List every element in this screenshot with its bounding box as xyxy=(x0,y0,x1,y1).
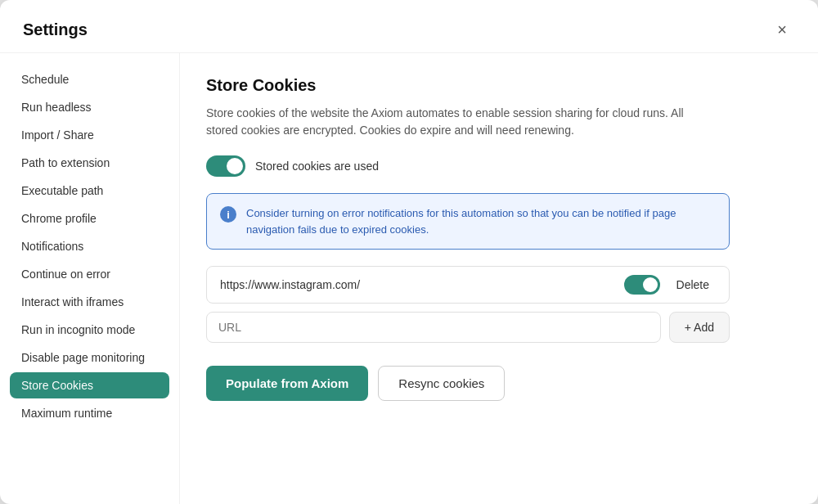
sidebar-item-schedule[interactable]: Schedule xyxy=(10,66,169,92)
section-title: Store Cookies xyxy=(206,76,792,95)
modal-header: Settings × xyxy=(0,0,818,53)
stored-cookies-label: Stored cookies are used xyxy=(255,160,379,173)
sidebar-item-disable-page-monitoring[interactable]: Disable page monitoring xyxy=(10,344,169,371)
modal-body: ScheduleRun headlessImport / SharePath t… xyxy=(0,53,818,504)
sidebar-item-notifications[interactable]: Notifications xyxy=(10,233,169,259)
action-row: Populate from Axiom Resync cookies xyxy=(206,366,792,401)
sidebar-item-import-share[interactable]: Import / Share xyxy=(10,122,169,148)
sidebar-item-interact-with-iframes[interactable]: Interact with iframes xyxy=(10,289,169,315)
info-box: i Consider turning on error notification… xyxy=(206,193,730,250)
sidebar-item-executable-path[interactable]: Executable path xyxy=(10,178,169,204)
info-message: Consider turning on error notifications … xyxy=(246,205,716,237)
info-icon: i xyxy=(220,206,236,223)
settings-modal: Settings × ScheduleRun headlessImport / … xyxy=(0,0,818,504)
section-description: Store cookies of the website the Axiom a… xyxy=(206,105,697,139)
close-button[interactable]: × xyxy=(769,16,795,43)
cookie-toggle[interactable] xyxy=(624,275,660,295)
sidebar: ScheduleRun headlessImport / SharePath t… xyxy=(0,53,180,504)
stored-cookies-toggle[interactable] xyxy=(206,155,245,177)
modal-title: Settings xyxy=(23,20,88,39)
cookie-url: https://www.instagram.com/ xyxy=(220,278,614,291)
populate-from-axiom-button[interactable]: Populate from Axiom xyxy=(206,366,368,401)
sidebar-item-chrome-profile[interactable]: Chrome profile xyxy=(10,205,169,232)
sidebar-item-maximum-runtime[interactable]: Maximum runtime xyxy=(10,400,169,426)
delete-cookie-button[interactable]: Delete xyxy=(670,275,716,295)
url-input[interactable] xyxy=(206,312,661,343)
sidebar-item-run-headless[interactable]: Run headless xyxy=(10,94,169,120)
stored-cookies-toggle-row: Stored cookies are used xyxy=(206,155,792,177)
add-url-button[interactable]: + Add xyxy=(669,312,730,343)
sidebar-item-path-to-extension[interactable]: Path to extension xyxy=(10,150,169,176)
resync-cookies-button[interactable]: Resync cookies xyxy=(378,366,505,401)
cookie-row: https://www.instagram.com/ Delete xyxy=(206,266,730,304)
sidebar-item-store-cookies[interactable]: Store Cookies xyxy=(10,372,169,398)
sidebar-item-run-in-incognito[interactable]: Run in incognito mode xyxy=(10,317,169,343)
sidebar-item-continue-on-error[interactable]: Continue on error xyxy=(10,261,169,287)
add-url-row: + Add xyxy=(206,312,730,343)
main-content: Store Cookies Store cookies of the websi… xyxy=(180,53,818,504)
